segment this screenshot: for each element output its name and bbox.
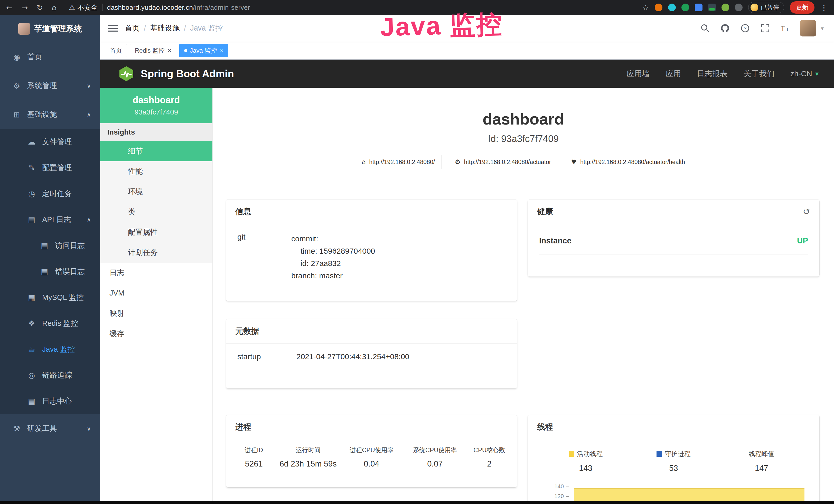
close-icon[interactable]: × (168, 47, 171, 54)
browser-home-icon[interactable]: ⌂ (52, 3, 57, 12)
close-icon[interactable]: × (220, 47, 223, 54)
tags-view: 首页 Redis 监控× Java 监控× (100, 42, 834, 60)
svg-text:T: T (781, 25, 785, 32)
dashboard-icon: ◉ (11, 53, 23, 62)
svg-text:?: ? (744, 26, 747, 31)
browser-forward-icon[interactable]: → (21, 3, 28, 12)
sidebar-item-infrastructure[interactable]: ⊞基础设施∧ (0, 100, 100, 129)
security-label[interactable]: 不安全 (78, 3, 97, 12)
extension-icon[interactable] (722, 4, 729, 11)
sidebar-item-java-monitor[interactable]: ☕Java 监控 (0, 336, 100, 362)
service-url-link[interactable]: ⌂http://192.168.0.2:48080/ (355, 155, 442, 169)
legend-swatch-yellow (569, 451, 574, 457)
tab-redis-monitor[interactable]: Redis 监控× (130, 44, 176, 57)
sba-side-classes[interactable]: 类 (100, 202, 213, 222)
threads-legend: 活动线程 143 守护进程 53 线程峰值 147 (539, 448, 808, 473)
extension-icon[interactable] (695, 4, 702, 11)
security-warning-icon: ⚠ (69, 4, 75, 11)
sba-nav: 应用墙 应用 日志报表 关于我们 zh-CN▾ (627, 69, 818, 79)
legend-active-threads[interactable]: 活动线程 143 (542, 450, 630, 473)
sba-nav-applications[interactable]: 应用 (665, 69, 681, 79)
sidebar-item-file-mgmt[interactable]: ☁文件管理 (0, 129, 100, 155)
monitor-icon: ▦ (26, 293, 38, 302)
sba-side-jvm[interactable]: JVM (100, 283, 213, 303)
browser-reload-icon[interactable]: ↻ (37, 3, 43, 12)
url-text[interactable]: dashboard.yudao.iocoder.cn/infra/admin-s… (107, 4, 250, 12)
bookmark-star-icon[interactable]: ☆ (642, 3, 649, 12)
sba-nav-about[interactable]: 关于我们 (744, 69, 774, 79)
user-avatar[interactable] (800, 20, 816, 37)
sba-side-mappings[interactable]: 映射 (100, 303, 213, 323)
info-key: git (237, 233, 291, 282)
sidebar-item-home[interactable]: ◉首页 (0, 43, 100, 71)
paused-profile-chip[interactable]: 已暂停 (748, 2, 784, 13)
sidebar-item-api-logs[interactable]: ▤API 日志∧ (0, 207, 100, 233)
tab-home[interactable]: 首页 (105, 44, 127, 57)
instance-header[interactable]: dashboard 93a3fc7f7409 (100, 88, 213, 123)
sidebar-item-cron-jobs[interactable]: ◷定时任务 (0, 181, 100, 207)
sba-side-caches[interactable]: 缓存 (100, 323, 213, 344)
sidebar-item-error-logs[interactable]: ▤错误日志 (0, 258, 100, 284)
extension-icon[interactable] (668, 4, 676, 11)
sidebar-item-trace[interactable]: ◎链路追踪 (0, 362, 100, 388)
sidebar-item-redis-monitor[interactable]: ❖Redis 监控 (0, 311, 100, 336)
address-bar[interactable]: ⚠ 不安全 dashboard.yudao.iocoder.cn/infra/a… (69, 3, 642, 12)
legend-daemon-threads[interactable]: 守护进程 53 (630, 450, 717, 473)
y-axis-tick: 140 (539, 484, 569, 489)
active-dot-icon (184, 49, 187, 52)
chevron-up-icon: ∧ (87, 111, 91, 118)
sba-side-details[interactable]: 细节 (100, 141, 213, 161)
sba-side-logs[interactable]: 日志 (100, 263, 213, 283)
health-url-link[interactable]: ♥http://192.168.0.2:48080/actuator/healt… (564, 155, 692, 169)
search-icon[interactable] (700, 23, 710, 33)
actuator-url-link[interactable]: ⚙http://192.168.0.2:48080/actuator (448, 155, 558, 169)
extension-icon[interactable] (681, 4, 689, 11)
history-icon[interactable]: ↺ (803, 206, 810, 217)
annotation-text: Java 监控 (380, 7, 503, 45)
status-badge: UP (797, 236, 808, 246)
sidebar-item-config-mgmt[interactable]: ✎配置管理 (0, 155, 100, 181)
breadcrumb-home[interactable]: 首页 (125, 23, 140, 33)
fullscreen-icon[interactable] (760, 23, 771, 33)
sidebar-item-system-mgmt[interactable]: ⚙系统管理∨ (0, 71, 100, 100)
sidebar-item-dev-tools[interactable]: ⚒研发工具∨ (0, 414, 100, 443)
sba-side-environment[interactable]: 环境 (100, 182, 213, 202)
breadcrumb-infrastructure[interactable]: 基础设施 (150, 23, 180, 33)
extension-icon[interactable] (735, 4, 743, 11)
process-col-cpus: CPU核心数2 (467, 446, 512, 468)
process-card: 进程 进程ID5261 运行时间6d 23h 15m 59s 进程CPU使用率0… (226, 415, 517, 487)
threads-chart: 140 120 100 (539, 481, 808, 504)
extension-icon[interactable] (655, 4, 662, 11)
app-logo[interactable]: 芋道管理系统 (0, 15, 100, 43)
help-icon[interactable]: ? (740, 23, 750, 33)
threads-card: 线程 活动线程 143 守护进程 53 线程峰值 147 (528, 415, 819, 504)
url-path: /infra/admin-server (193, 4, 250, 11)
threads-card-title: 线程 (528, 415, 819, 439)
instance-id: 93a3fc7f7409 (135, 108, 178, 116)
y-axis-tick: 120 (539, 494, 569, 499)
process-card-title: 进程 (226, 415, 517, 439)
font-size-icon[interactable]: TT (780, 23, 791, 33)
health-instance-row[interactable]: Instance UP (539, 233, 808, 254)
hamburger-icon[interactable] (108, 23, 118, 33)
sidebar-item-mysql-monitor[interactable]: ▦MySQL 监控 (0, 284, 100, 311)
sba-nav-wallboard[interactable]: 应用墙 (627, 69, 650, 79)
java-icon: ☕ (26, 345, 38, 354)
locale-select[interactable]: zh-CN▾ (790, 69, 818, 78)
paused-label: 已暂停 (761, 3, 779, 12)
sba-side-metrics[interactable]: 性能 (100, 161, 213, 182)
sba-side-config-props[interactable]: 配置属性 (100, 222, 213, 243)
browser-back-icon[interactable]: ← (6, 3, 13, 12)
sidebar-item-access-logs[interactable]: ▤访问日志 (0, 233, 100, 258)
browser-menu-icon[interactable]: ⋮ (820, 3, 828, 12)
github-icon[interactable] (720, 23, 730, 33)
chrome-update-button[interactable]: 更新 (790, 1, 814, 14)
health-card: 健康 ↺ Instance UP (528, 200, 819, 276)
tab-java-monitor[interactable]: Java 监控× (179, 44, 228, 57)
spring-boot-admin-logo[interactable] (118, 66, 135, 82)
breadcrumb-current: Java 监控 (190, 23, 223, 33)
sba-side-scheduled-tasks[interactable]: 计划任务 (100, 243, 213, 263)
sba-nav-journal[interactable]: 日志报表 (697, 69, 728, 79)
extension-icon[interactable] (708, 4, 716, 11)
sidebar-item-log-center[interactable]: ▤日志中心 (0, 388, 100, 414)
